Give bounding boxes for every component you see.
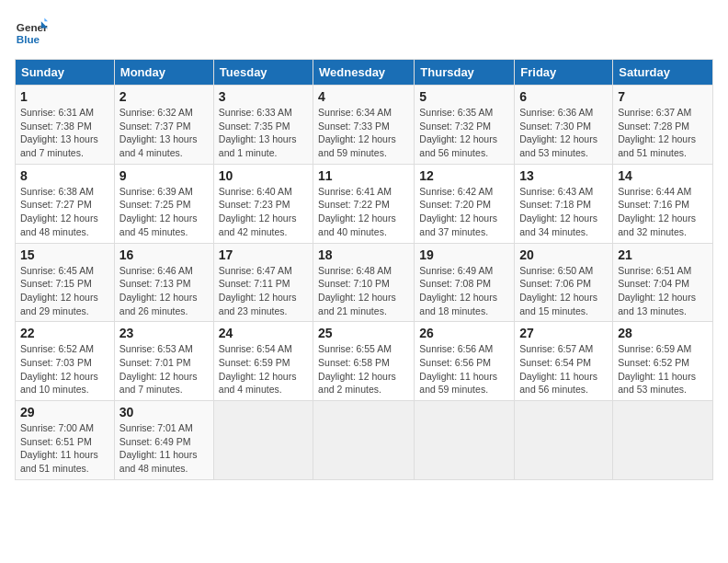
header-cell-friday: Friday <box>515 60 613 86</box>
day-cell: 3Sunrise: 6:33 AMSunset: 7:35 PMDaylight… <box>213 86 313 165</box>
day-number: 19 <box>419 247 509 262</box>
day-info: Sunrise: 6:35 AMSunset: 7:32 PMDaylight:… <box>419 106 509 160</box>
day-info: Sunrise: 6:42 AMSunset: 7:20 PMDaylight:… <box>419 185 509 239</box>
day-number: 8 <box>20 168 109 183</box>
day-cell: 29Sunrise: 7:00 AMSunset: 6:51 PMDayligh… <box>16 401 115 480</box>
day-info: Sunrise: 6:38 AMSunset: 7:27 PMDaylight:… <box>20 185 109 239</box>
day-cell: 10Sunrise: 6:40 AMSunset: 7:23 PMDayligh… <box>213 164 313 243</box>
day-cell <box>213 401 313 480</box>
day-info: Sunrise: 6:32 AMSunset: 7:37 PMDaylight:… <box>119 106 209 160</box>
day-number: 21 <box>618 247 708 262</box>
day-number: 23 <box>119 326 209 340</box>
day-info: Sunrise: 6:46 AMSunset: 7:13 PMDaylight:… <box>119 264 209 318</box>
day-number: 13 <box>519 168 608 183</box>
day-number: 10 <box>219 168 308 183</box>
svg-text:Blue: Blue <box>17 33 40 45</box>
day-cell: 20Sunrise: 6:50 AMSunset: 7:06 PMDayligh… <box>515 243 613 322</box>
day-number: 4 <box>318 89 409 104</box>
day-cell: 18Sunrise: 6:48 AMSunset: 7:10 PMDayligh… <box>313 243 415 322</box>
day-cell <box>515 401 613 480</box>
day-info: Sunrise: 6:44 AMSunset: 7:16 PMDaylight:… <box>618 185 708 239</box>
day-cell: 6Sunrise: 6:36 AMSunset: 7:30 PMDaylight… <box>515 86 613 165</box>
day-cell: 15Sunrise: 6:45 AMSunset: 7:15 PMDayligh… <box>16 243 115 322</box>
day-info: Sunrise: 6:54 AMSunset: 6:59 PMDaylight:… <box>219 342 308 396</box>
day-number: 16 <box>119 247 209 262</box>
day-cell: 1Sunrise: 6:31 AMSunset: 7:38 PMDaylight… <box>16 86 115 165</box>
day-cell: 22Sunrise: 6:52 AMSunset: 7:03 PMDayligh… <box>16 322 115 401</box>
day-cell: 30Sunrise: 7:01 AMSunset: 6:49 PMDayligh… <box>114 401 213 480</box>
day-info: Sunrise: 6:40 AMSunset: 7:23 PMDaylight:… <box>219 185 308 239</box>
day-number: 20 <box>519 247 608 262</box>
day-info: Sunrise: 6:50 AMSunset: 7:06 PMDaylight:… <box>519 264 608 318</box>
day-cell: 24Sunrise: 6:54 AMSunset: 6:59 PMDayligh… <box>213 322 313 401</box>
day-number: 26 <box>419 326 509 340</box>
day-cell: 17Sunrise: 6:47 AMSunset: 7:11 PMDayligh… <box>213 243 313 322</box>
week-row-4: 22Sunrise: 6:52 AMSunset: 7:03 PMDayligh… <box>16 322 713 401</box>
day-cell: 11Sunrise: 6:41 AMSunset: 7:22 PMDayligh… <box>313 164 415 243</box>
logo: General Blue <box>15 15 51 48</box>
header-row: SundayMondayTuesdayWednesdayThursdayFrid… <box>16 60 713 86</box>
day-info: Sunrise: 6:31 AMSunset: 7:38 PMDaylight:… <box>20 106 109 160</box>
day-number: 30 <box>119 405 209 419</box>
day-number: 6 <box>519 89 608 104</box>
day-cell: 25Sunrise: 6:55 AMSunset: 6:58 PMDayligh… <box>313 322 415 401</box>
week-row-2: 8Sunrise: 6:38 AMSunset: 7:27 PMDaylight… <box>16 164 713 243</box>
day-info: Sunrise: 6:53 AMSunset: 7:01 PMDaylight:… <box>119 342 209 396</box>
day-info: Sunrise: 6:43 AMSunset: 7:18 PMDaylight:… <box>519 185 608 239</box>
day-number: 9 <box>119 168 209 183</box>
week-row-5: 29Sunrise: 7:00 AMSunset: 6:51 PMDayligh… <box>16 401 713 480</box>
day-cell: 4Sunrise: 6:34 AMSunset: 7:33 PMDaylight… <box>313 86 415 165</box>
day-cell: 19Sunrise: 6:49 AMSunset: 7:08 PMDayligh… <box>415 243 515 322</box>
day-cell: 14Sunrise: 6:44 AMSunset: 7:16 PMDayligh… <box>613 164 713 243</box>
day-info: Sunrise: 6:59 AMSunset: 6:52 PMDaylight:… <box>618 342 708 396</box>
day-info: Sunrise: 6:33 AMSunset: 7:35 PMDaylight:… <box>219 106 308 160</box>
day-cell: 21Sunrise: 6:51 AMSunset: 7:04 PMDayligh… <box>613 243 713 322</box>
day-number: 1 <box>20 89 109 104</box>
day-number: 29 <box>20 405 109 419</box>
day-cell <box>313 401 415 480</box>
day-info: Sunrise: 6:39 AMSunset: 7:25 PMDaylight:… <box>119 185 209 239</box>
calendar-table: SundayMondayTuesdayWednesdayThursdayFrid… <box>15 59 713 480</box>
header-cell-sunday: Sunday <box>16 60 115 86</box>
day-info: Sunrise: 6:47 AMSunset: 7:11 PMDaylight:… <box>219 264 308 318</box>
header-cell-tuesday: Tuesday <box>213 60 313 86</box>
day-cell: 9Sunrise: 6:39 AMSunset: 7:25 PMDaylight… <box>114 164 213 243</box>
day-info: Sunrise: 6:41 AMSunset: 7:22 PMDaylight:… <box>318 185 409 239</box>
day-cell: 12Sunrise: 6:42 AMSunset: 7:20 PMDayligh… <box>415 164 515 243</box>
day-number: 12 <box>419 168 509 183</box>
day-info: Sunrise: 6:49 AMSunset: 7:08 PMDaylight:… <box>419 264 509 318</box>
svg-marker-3 <box>44 18 48 22</box>
header-cell-saturday: Saturday <box>613 60 713 86</box>
day-cell: 7Sunrise: 6:37 AMSunset: 7:28 PMDaylight… <box>613 86 713 165</box>
day-cell: 5Sunrise: 6:35 AMSunset: 7:32 PMDaylight… <box>415 86 515 165</box>
day-number: 7 <box>618 89 708 104</box>
day-number: 24 <box>219 326 308 340</box>
day-cell: 2Sunrise: 6:32 AMSunset: 7:37 PMDaylight… <box>114 86 213 165</box>
day-info: Sunrise: 6:36 AMSunset: 7:30 PMDaylight:… <box>519 106 608 160</box>
header-cell-monday: Monday <box>114 60 213 86</box>
page-header: General Blue <box>15 15 713 48</box>
day-number: 17 <box>219 247 308 262</box>
day-number: 25 <box>318 326 409 340</box>
day-cell: 23Sunrise: 6:53 AMSunset: 7:01 PMDayligh… <box>114 322 213 401</box>
day-cell <box>415 401 515 480</box>
day-info: Sunrise: 7:01 AMSunset: 6:49 PMDaylight:… <box>119 421 209 476</box>
header-cell-wednesday: Wednesday <box>313 60 415 86</box>
day-info: Sunrise: 6:34 AMSunset: 7:33 PMDaylight:… <box>318 106 409 160</box>
day-cell: 16Sunrise: 6:46 AMSunset: 7:13 PMDayligh… <box>114 243 213 322</box>
day-info: Sunrise: 6:48 AMSunset: 7:10 PMDaylight:… <box>318 264 409 318</box>
day-number: 22 <box>20 326 109 340</box>
logo-icon: General Blue <box>15 15 48 48</box>
day-number: 18 <box>318 247 409 262</box>
day-info: Sunrise: 6:52 AMSunset: 7:03 PMDaylight:… <box>20 342 109 396</box>
day-info: Sunrise: 6:51 AMSunset: 7:04 PMDaylight:… <box>618 264 708 318</box>
week-row-3: 15Sunrise: 6:45 AMSunset: 7:15 PMDayligh… <box>16 243 713 322</box>
day-cell: 8Sunrise: 6:38 AMSunset: 7:27 PMDaylight… <box>16 164 115 243</box>
day-number: 28 <box>618 326 708 340</box>
day-cell: 26Sunrise: 6:56 AMSunset: 6:56 PMDayligh… <box>415 322 515 401</box>
day-cell: 28Sunrise: 6:59 AMSunset: 6:52 PMDayligh… <box>613 322 713 401</box>
day-number: 14 <box>618 168 708 183</box>
day-info: Sunrise: 7:00 AMSunset: 6:51 PMDaylight:… <box>20 421 109 476</box>
week-row-1: 1Sunrise: 6:31 AMSunset: 7:38 PMDaylight… <box>16 86 713 165</box>
day-number: 11 <box>318 168 409 183</box>
